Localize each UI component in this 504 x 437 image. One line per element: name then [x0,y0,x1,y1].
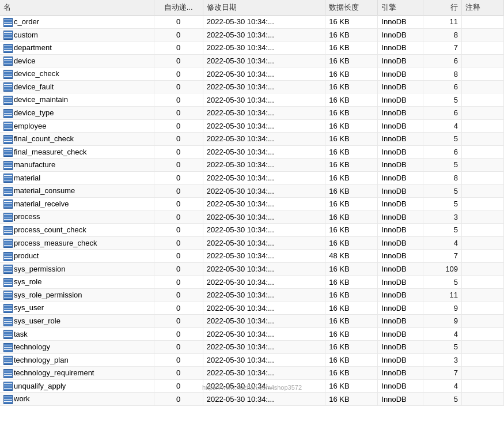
cell-name: sys_permission [0,262,154,276]
header-engine[interactable]: 引擎 [378,0,423,16]
cell-rows: 6 [423,54,462,67]
table-row[interactable]: department02022-05-30 10:34:...16 KBInno… [0,42,504,55]
header-date[interactable]: 修改日期 [203,0,325,16]
cell-name: c_order [0,16,154,29]
cell-date: 2022-05-30 10:34:... [203,379,325,393]
cell-note [462,314,504,327]
table-name-text: device_fault [14,82,54,91]
table-row[interactable]: work02022-05-30 10:34:...16 KBInnoDB5 [0,393,504,406]
table-row[interactable]: sys_user02022-05-30 10:34:...16 KBInnoDB… [0,302,504,315]
table-row[interactable]: device_check02022-05-30 10:34:...16 KBIn… [0,67,504,81]
table-row[interactable]: final_count_check02022-05-30 10:34:...16… [0,133,504,146]
table-row[interactable]: device_type02022-05-30 10:34:...16 KBInn… [0,106,504,119]
table-name-text: material_consume [14,186,75,195]
cell-rows: 8 [423,67,462,81]
header-name[interactable]: 名 [0,0,154,16]
cell-name: department [0,42,154,55]
cell-auto: 0 [154,16,203,29]
table-row[interactable]: process02022-05-30 10:34:...16 KBInnoDB3 [0,210,504,224]
cell-name: sys_role_permission [0,288,154,302]
cell-date: 2022-05-30 10:34:... [203,250,325,263]
table-name-text: final_count_check [14,134,74,143]
cell-name: sys_role [0,276,154,289]
cell-size: 16 KB [325,159,378,172]
cell-engine: InnoDB [378,159,423,172]
cell-size: 16 KB [325,302,378,315]
table-icon [3,18,12,26]
cell-size: 16 KB [325,224,378,237]
cell-date: 2022-05-30 10:34:... [203,302,325,315]
cell-auto: 0 [154,327,203,341]
table-icon [3,226,12,234]
header-auto[interactable]: 自动递... [154,0,203,16]
table-row[interactable]: process_count_check02022-05-30 10:34:...… [0,224,504,237]
cell-auto: 0 [154,80,203,93]
cell-engine: InnoDB [378,379,423,393]
cell-auto: 0 [154,159,203,172]
table-row[interactable]: sys_user_role02022-05-30 10:34:...16 KBI… [0,314,504,327]
cell-rows: 4 [423,327,462,341]
cell-date: 2022-05-30 10:34:... [203,119,325,133]
header-size[interactable]: 数据长度 [325,0,378,16]
table-row[interactable]: employee02022-05-30 10:34:...16 KBInnoDB… [0,119,504,133]
table-row[interactable]: technology02022-05-30 10:34:...16 KBInno… [0,341,504,354]
table-row[interactable]: sys_permission02022-05-30 10:34:...16 KB… [0,262,504,276]
cell-auto: 0 [154,236,203,250]
cell-size: 16 KB [325,42,378,55]
table-name-text: device [14,56,36,65]
cell-size: 16 KB [325,93,378,107]
cell-rows: 5 [423,276,462,289]
table-row[interactable]: technology_plan02022-05-30 10:34:...16 K… [0,353,504,367]
table-name-text: employee [14,122,46,130]
table-row[interactable]: material_consume02022-05-30 10:34:...16 … [0,184,504,198]
cell-rows: 7 [423,250,462,263]
cell-name: technology_plan [0,353,154,367]
cell-date: 2022-05-30 10:34:... [203,210,325,224]
cell-note [462,28,504,42]
table-row[interactable]: unqualify_apply02022-05-30 10:34:...16 K… [0,379,504,393]
cell-name: process_count_check [0,224,154,237]
table-row[interactable]: custom02022-05-30 10:34:...16 KBInnoDB8 [0,28,504,42]
cell-auto: 0 [154,119,203,133]
table-row[interactable]: device_fault02022-05-30 10:34:...16 KBIn… [0,80,504,93]
cell-name: task [0,327,154,341]
table-row[interactable]: device02022-05-30 10:34:...16 KBInnoDB6 [0,54,504,67]
header-rows[interactable]: 行 [423,0,462,16]
cell-auto: 0 [154,262,203,276]
table-icon [3,44,12,52]
cell-engine: InnoDB [378,314,423,327]
table-name-text: c_order [14,17,39,26]
table-row[interactable]: sys_role_permission02022-05-30 10:34:...… [0,288,504,302]
cell-engine: InnoDB [378,341,423,354]
table-row[interactable]: task02022-05-30 10:34:...16 KBInnoDB4 [0,327,504,341]
cell-engine: InnoDB [378,28,423,42]
table-icon [3,356,12,364]
table-row[interactable]: c_order02022-05-30 10:34:...16 KBInnoDB1… [0,16,504,29]
cell-rows: 6 [423,80,462,93]
table-row[interactable]: material02022-05-30 10:34:...16 KBInnoDB… [0,171,504,184]
table-name-text: final_measuret_check [14,148,86,156]
cell-name: material_consume [0,184,154,198]
table-row[interactable]: material_receive02022-05-30 10:34:...16 … [0,197,504,210]
table-row[interactable]: device_maintain02022-05-30 10:34:...16 K… [0,93,504,107]
cell-rows: 6 [423,145,462,159]
cell-engine: InnoDB [378,16,423,29]
table-row[interactable]: product02022-05-30 10:34:...48 KBInnoDB7 [0,250,504,263]
cell-name: process_measure_check [0,236,154,250]
table-icon [3,82,12,91]
table-icon [3,187,12,195]
cell-size: 16 KB [325,133,378,146]
cell-date: 2022-05-30 10:34:... [203,367,325,380]
cell-auto: 0 [154,145,203,159]
table-row[interactable]: final_measuret_check02022-05-30 10:34:..… [0,145,504,159]
cell-auto: 0 [154,367,203,380]
cell-auto: 0 [154,42,203,55]
header-note[interactable]: 注释 [462,0,504,16]
table-row[interactable]: process_measure_check02022-05-30 10:34:.… [0,236,504,250]
table-row[interactable]: manufacture02022-05-30 10:34:...16 KBInn… [0,159,504,172]
cell-auto: 0 [154,250,203,263]
table-row[interactable]: technology_requirement02022-05-30 10:34:… [0,367,504,380]
cell-note [462,379,504,393]
cell-auto: 0 [154,276,203,289]
table-row[interactable]: sys_role02022-05-30 10:34:...16 KBInnoDB… [0,276,504,289]
